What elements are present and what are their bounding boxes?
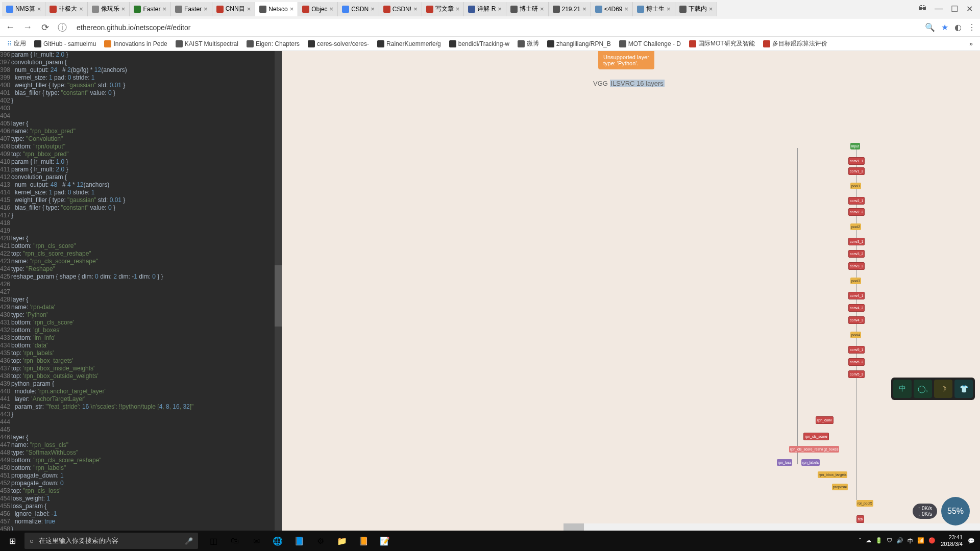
graph-node[interactable]: conv5_2: [848, 358, 865, 366]
ime-float-widget[interactable]: 中◯,☽👕: [891, 378, 975, 400]
tab-close-icon[interactable]: ×: [540, 5, 544, 13]
taskbar-app[interactable]: 📝: [375, 531, 395, 551]
browser-tab[interactable]: 像玩乐×: [88, 2, 130, 16]
taskbar-app[interactable]: ◫: [203, 531, 224, 551]
url-input[interactable]: ethereon.github.io/netscope/#/editor: [74, 23, 920, 32]
graph-node[interactable]: conv1_1: [848, 157, 865, 165]
tray-icon[interactable]: 中: [908, 537, 913, 545]
site-info-icon[interactable]: ⓘ: [56, 21, 68, 34]
graph-node[interactable]: pool3: [850, 278, 861, 284]
graph-node[interactable]: conv2_1: [848, 197, 865, 205]
taskbar-app[interactable]: ✉: [246, 531, 266, 551]
bookmark-item[interactable]: Eigen: Chapters: [243, 40, 303, 47]
tab-close-icon[interactable]: ×: [162, 5, 166, 13]
back-button[interactable]: ←: [4, 22, 16, 33]
graph-node[interactable]: conv3_2: [848, 250, 865, 258]
browser-tab[interactable]: 博士研×: [506, 2, 549, 16]
extension-icon[interactable]: ◐: [954, 22, 962, 32]
tab-close-icon[interactable]: ×: [204, 5, 208, 13]
graph-node[interactable]: conv1_2: [848, 167, 865, 175]
tab-close-icon[interactable]: ×: [37, 5, 41, 13]
graph-node[interactable]: conv3_3: [848, 262, 865, 270]
tray-icon[interactable]: ☁: [866, 537, 871, 545]
taskbar-app[interactable]: 🌐: [267, 531, 288, 551]
ime-button[interactable]: 中: [893, 380, 912, 398]
mic-icon[interactable]: 🎤: [185, 537, 193, 545]
ime-button[interactable]: ☽: [934, 380, 952, 398]
graph-node[interactable]: conv4_1: [848, 292, 865, 299]
browser-tab[interactable]: CNN目×: [212, 2, 256, 16]
tab-close-icon[interactable]: ×: [79, 5, 83, 13]
maximize-button[interactable]: ☐: [951, 4, 958, 14]
tab-close-icon[interactable]: ×: [667, 5, 671, 13]
bookmark-item[interactable]: 微博: [514, 39, 542, 48]
taskbar-app[interactable]: ⚙: [310, 531, 331, 551]
reload-button[interactable]: ⟳: [39, 22, 51, 33]
browser-tab[interactable]: CSDN×: [338, 2, 379, 16]
minimize-button[interactable]: —: [935, 4, 943, 14]
hscroll-thumb[interactable]: [564, 523, 584, 531]
browser-tab[interactable]: 下载内×: [675, 2, 718, 16]
tab-close-icon[interactable]: ×: [371, 5, 375, 13]
code-area[interactable]: param { lr_mult: 2.0 } convolution_param…: [11, 51, 193, 531]
browser-tab[interactable]: NMS算×: [2, 2, 45, 16]
tab-close-icon[interactable]: ×: [498, 5, 502, 13]
graph-node[interactable]: rpn_bbox_targets: [818, 471, 847, 478]
bookmark-item[interactable]: GitHub - samuelmu: [31, 40, 99, 47]
graph-node[interactable]: rpn_cls_score: [803, 433, 829, 440]
graph-node[interactable]: conv5_3: [848, 370, 865, 378]
bookmark-item[interactable]: RainerKuemmerle/g: [374, 40, 444, 47]
graph-node[interactable]: conv4_2: [848, 304, 865, 312]
taskbar-app[interactable]: 📁: [332, 531, 352, 551]
browser-tab[interactable]: Objec×: [298, 2, 338, 16]
editor-scrollbar-thumb[interactable]: [275, 265, 282, 327]
graph-node[interactable]: conv2_2: [848, 208, 865, 216]
browser-tab[interactable]: 219.21×: [549, 2, 591, 16]
graph-node[interactable]: proposal: [832, 484, 848, 490]
graph-node[interactable]: pool1: [850, 183, 861, 189]
browser-tab[interactable]: 写文章×: [422, 2, 464, 16]
tray-icon[interactable]: 🔴: [928, 537, 936, 545]
graph-node[interactable]: rpn_conv: [816, 416, 834, 424]
editor-scrollbar[interactable]: [275, 51, 282, 531]
tray-icon[interactable]: ˄: [859, 537, 862, 545]
graph-node[interactable]: pool2: [850, 223, 861, 230]
taskbar-search[interactable]: ○ 在这里输入你要搜索的内容 🎤: [24, 533, 198, 549]
graph-node[interactable]: pool4: [850, 332, 861, 338]
start-button[interactable]: ⊞: [0, 531, 24, 551]
taskbar-app[interactable]: 📙: [353, 531, 374, 551]
graph-node[interactable]: roi_pool5: [856, 500, 873, 507]
network-panel[interactable]: Unsupported layer type: 'Python'. VGG IL…: [282, 51, 980, 531]
graph-node[interactable]: conv5_1: [848, 346, 865, 354]
bookmark-item[interactable]: zhangliliang/RPN_B: [544, 40, 614, 47]
tab-close-icon[interactable]: ×: [582, 5, 586, 13]
browser-tab[interactable]: Faster×: [130, 2, 171, 16]
tab-close-icon[interactable]: ×: [290, 5, 294, 13]
graph-node[interactable]: gt_boxes: [823, 446, 839, 453]
bookmark-star-icon[interactable]: ★: [941, 22, 948, 32]
bookmark-item[interactable]: KAIST Multispectral: [173, 40, 241, 47]
forward-button[interactable]: →: [21, 22, 34, 33]
netspeed-widget[interactable]: ↑ 0K/s ↓ 0K/s 55%: [913, 497, 970, 525]
graph-node[interactable]: conv4_3: [848, 316, 865, 324]
browser-tab[interactable]: Netsco×: [255, 2, 298, 16]
taskbar-app[interactable]: 🛍: [225, 531, 245, 551]
menu-icon[interactable]: ⋮: [968, 22, 976, 32]
bookmark-item[interactable]: bendidi/Tracking-w: [446, 40, 512, 47]
taskbar-app[interactable]: 📘: [289, 531, 309, 551]
browser-tab[interactable]: 非极大×: [45, 2, 88, 16]
graph-node[interactable]: fc6: [856, 515, 864, 523]
code-editor[interactable]: 396 397 398 399 400 401 402 403 404 405 …: [0, 51, 282, 531]
search-icon[interactable]: 🔍: [925, 22, 935, 32]
graph-node[interactable]: rpn_labels: [801, 459, 820, 466]
tray-icon[interactable]: 🔊: [896, 537, 903, 545]
browser-tab[interactable]: CSDN!×: [379, 2, 422, 16]
bookmark-item[interactable]: 国际MOT研究及智能: [686, 39, 758, 48]
ime-button[interactable]: ◯,: [914, 380, 932, 398]
tab-close-icon[interactable]: ×: [121, 5, 126, 13]
close-button[interactable]: ✕: [966, 4, 973, 14]
tab-close-icon[interactable]: ×: [247, 5, 251, 13]
notification-icon[interactable]: 💬: [968, 538, 975, 544]
browser-tab[interactable]: <4D69×: [591, 2, 633, 16]
tray-icon[interactable]: 📶: [917, 537, 924, 545]
